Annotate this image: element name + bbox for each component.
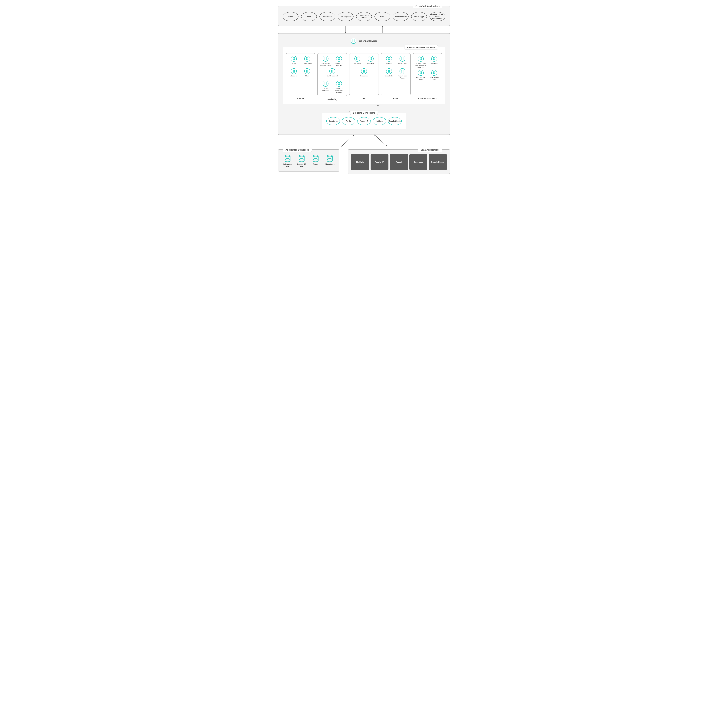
connector-people-hr: People HR — [357, 117, 371, 125]
ballerina-icon — [368, 56, 374, 61]
ballerina-icon — [323, 81, 329, 87]
domain-marketing-label: Marketing — [327, 98, 337, 101]
domain-customer-success: Support Case First Response Generator Ca… — [413, 53, 442, 101]
db-people-hr-sync: People HR Sync — [295, 155, 308, 168]
svc-hr-entity: HR Entity — [352, 56, 363, 67]
domain-sales-label: Sales — [393, 98, 399, 100]
svc-resource-download: Resource Download Process — [333, 81, 345, 93]
ballerina-icon — [418, 70, 424, 76]
app-ema: EMA — [301, 12, 317, 21]
svc-email-validation: Email Validation — [320, 81, 331, 93]
db-salesforce-sync: Salesforce Sync — [281, 155, 294, 168]
svc-promotion: Promotion — [351, 68, 377, 80]
ballerina-icon — [291, 68, 297, 74]
svc-community-member-count: Community Member Count — [320, 56, 331, 67]
ballerina-icon — [431, 56, 437, 61]
domain-marketing-box: Community Member Count Lead Form Handler… — [317, 53, 347, 96]
svc-sales-events-sync: Sales Events Sync — [428, 70, 440, 81]
ballerina-services-panel: Ballerina Services Internal Business Dom… — [278, 33, 450, 135]
database-icon — [312, 155, 319, 162]
ballerina-icon — [399, 68, 405, 74]
svc-allocation: Allocation — [288, 68, 300, 80]
app-wso2-website: WSO2 Website — [393, 12, 408, 21]
application-databases-panel: Application Databases Salesforce Sync — [278, 149, 339, 171]
ballerina-icon — [361, 68, 367, 74]
saas-google-sheets: Google Sheets — [429, 154, 447, 170]
svc-subscriptions: Subscriptions — [397, 56, 408, 67]
database-icon — [284, 155, 291, 162]
domain-finance: VISA Credit Score Allocation Claim — [286, 53, 315, 101]
internal-domains-panel: Internal Business Domains VISA Credit Sc… — [283, 47, 445, 104]
appdb-title: Application Databases — [283, 148, 312, 152]
svc-visa: VISA — [288, 56, 300, 67]
domain-sales-box: Products Subscriptions Sales Entity — [381, 53, 411, 95]
svg-point-0 — [285, 155, 290, 157]
app-due-diligence: Due Diligence — [338, 12, 353, 21]
ballerina-icon — [399, 56, 405, 61]
domain-hr-label: HR — [362, 98, 366, 100]
svg-point-3 — [327, 155, 332, 157]
svc-support-case-generator: Support Case First Response Generator — [415, 56, 427, 69]
domain-hr: HR Entity Employee Promotion HR — [349, 53, 379, 101]
connectors-title: Ballerina Connectors — [350, 111, 378, 115]
svg-point-1 — [299, 155, 304, 157]
ballerina-icon — [418, 56, 424, 61]
svc-case-alerts: Case Alerts — [428, 56, 440, 69]
ballerina-icon — [354, 56, 360, 61]
saas-applications-panel: SaaS Applications NetSuite People HR Par… — [348, 149, 450, 174]
architecture-diagram: Front-End Applications Travel EMA Alloca… — [278, 6, 450, 174]
front-end-panel: Front-End Applications Travel EMA Alloca… — [278, 6, 450, 26]
arrow-both-icon — [374, 135, 387, 146]
db-travel: Travel — [309, 155, 322, 168]
svc-claim: Claim — [301, 68, 313, 80]
svc-products: Products — [383, 56, 395, 67]
arrow-up-icon — [382, 26, 382, 33]
arrows-frontend-services — [278, 26, 450, 33]
domain-marketing: Community Member Count Lead Form Handler… — [317, 53, 347, 101]
app-allocations: Allocations — [320, 12, 335, 21]
ballerina-icon — [336, 81, 342, 87]
domain-cs-box: Support Case First Response Generator Ca… — [413, 53, 442, 95]
ballerina-icon — [336, 56, 342, 61]
ballerina-icon — [291, 56, 297, 61]
services-header: Ballerina Services — [283, 38, 445, 44]
connector-google-sheets: Google Sheets — [388, 117, 402, 125]
saas-netsuite: NetSuite — [351, 154, 369, 170]
ballerina-icon — [329, 68, 335, 74]
app-cert-portal: Certification Portal — [356, 12, 372, 21]
internal-domains-title: Internal Business Domains — [404, 45, 438, 49]
arrows-to-bottom — [278, 135, 450, 149]
domain-finance-box: VISA Credit Score Allocation Claim — [286, 53, 315, 95]
svc-sales-entity: Sales Entity — [383, 68, 395, 80]
app-hris: HRIS — [375, 12, 390, 21]
front-end-title: Front-End Applications — [413, 4, 442, 8]
services-header-label: Ballerina Services — [358, 40, 377, 42]
saas-title: SaaS Applications — [418, 148, 442, 152]
arrow-down-icon — [346, 26, 346, 33]
domains-row: VISA Credit Score Allocation Claim — [286, 53, 442, 101]
app-travel: Travel — [283, 12, 298, 21]
ballerina-icon — [431, 70, 437, 76]
ballerina-icon — [350, 38, 356, 44]
domain-sales: Products Subscriptions Sales Entity — [381, 53, 411, 101]
svc-employee: Employee — [365, 56, 376, 67]
connectors-panel: Ballerina Connectors Salesforce Pardot P… — [322, 113, 406, 129]
saas-salesforce: Salesforce — [410, 154, 427, 170]
domain-finance-label: Finance — [297, 98, 304, 100]
ballerina-icon — [304, 68, 310, 74]
front-end-apps-row: Travel EMA Allocations Due Diligence Cer… — [283, 12, 445, 21]
connector-pardot: Pardot — [342, 117, 355, 125]
connector-salesforce: Salesforce — [326, 117, 340, 125]
svg-point-2 — [313, 155, 318, 157]
ballerina-icon — [323, 56, 329, 61]
svc-lead-form-handler: Lead Form Handler — [333, 56, 345, 67]
domain-hr-box: HR Entity Employee Promotion — [349, 53, 379, 95]
svc-credit-score: Credit Score — [301, 56, 313, 67]
connector-netsuite: NetSuite — [373, 117, 386, 125]
svc-gdpr-consent: GDPR Consent — [319, 68, 346, 80]
domain-cs-label: Customer Success — [418, 98, 437, 100]
svc-round-robin: Round Robin Process — [397, 68, 408, 80]
database-icon — [327, 155, 333, 162]
app-mobile: Mobile Apps — [411, 12, 427, 21]
ballerina-icon — [304, 56, 310, 61]
